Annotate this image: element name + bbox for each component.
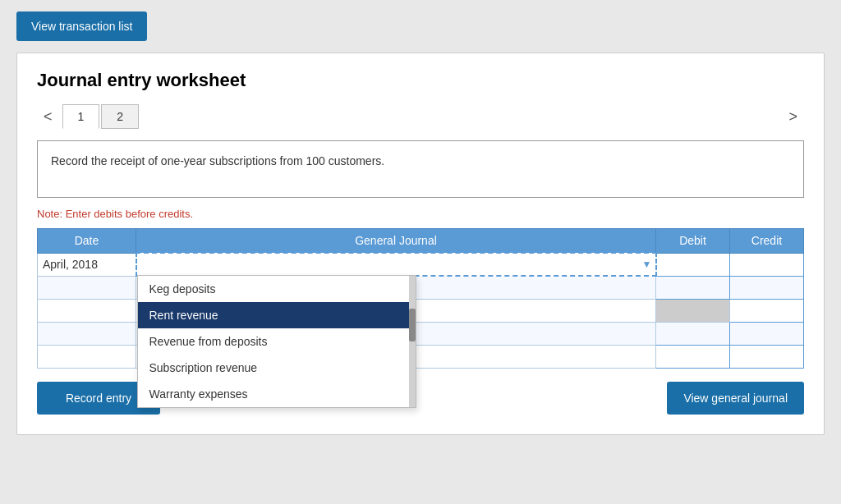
note-text: Note: Enter debits before credits. [37,208,804,220]
date-cell-2 [38,276,136,299]
debit-input-5[interactable] [661,350,724,363]
date-header: Date [38,229,136,254]
tab-2[interactable]: 2 [101,104,139,129]
top-bar: View transaction list [0,0,841,53]
prev-tab-button[interactable]: < [37,105,59,129]
debit-cell-2[interactable] [656,276,730,299]
dropdown-menu: Keg deposits Rent revenue Revenue from d… [137,275,416,408]
credit-input-5[interactable] [735,350,798,363]
credit-input-3[interactable] [735,304,798,317]
debit-cell-5[interactable] [656,345,730,368]
table-row: April, 2018 ▼ Keg deposits Rent revenue … [38,253,804,276]
debit-input-2[interactable] [661,281,724,294]
prompt-box: Record the receipt of one-year subscript… [37,140,804,198]
date-cell-4 [38,322,136,345]
credit-cell-3[interactable] [730,299,804,322]
tab-1[interactable]: 1 [62,104,100,129]
date-cell-3 [38,299,136,322]
tabs-list: 1 2 [62,104,141,129]
debit-header: Debit [656,229,730,254]
credit-input-1[interactable] [735,258,798,271]
dropdown-scrollbar-thumb [409,309,416,341]
debit-input-4[interactable] [661,327,724,340]
dropdown-item-subscription-revenue[interactable]: Subscription revenue [138,355,416,381]
credit-cell-5[interactable] [730,345,804,368]
general-journal-header: General Journal [136,229,656,254]
dropdown-item-rent-revenue[interactable]: Rent revenue [138,302,416,328]
view-general-journal-button[interactable]: View general journal [667,382,804,415]
view-transaction-button[interactable]: View transaction list [16,11,147,41]
dropdown-scrollbar[interactable] [409,276,416,407]
dropdown-arrow-icon: ▼ [642,259,652,270]
debit-cell-4[interactable] [656,322,730,345]
credit-cell-1[interactable] [730,253,804,276]
dropdown-item-keg-deposits[interactable]: Keg deposits [138,276,416,302]
debit-cell-3 [656,299,730,322]
credit-input-4[interactable] [735,327,798,340]
dropdown-item-warranty-expenses[interactable]: Warranty expenses [138,381,416,407]
dropdown-item-revenue-from-deposits[interactable]: Revenue from deposits [138,328,416,355]
next-tab-button[interactable]: > [782,105,804,129]
credit-cell-2[interactable] [730,276,804,299]
worksheet-container: Journal entry worksheet < 1 2 > Record t… [16,53,825,435]
table-wrapper: Date General Journal Debit Credit April,… [37,228,804,369]
date-value-1: April, 2018 [43,258,98,271]
credit-header: Credit [730,229,804,254]
debit-input-1[interactable] [662,258,725,271]
credit-cell-4[interactable] [730,322,804,345]
debit-cell-1[interactable] [656,253,730,276]
worksheet-title: Journal entry worksheet [37,70,804,91]
dropdown-cell[interactable]: ▼ Keg deposits Rent revenue Revenue from… [136,253,656,276]
date-cell-1: April, 2018 [38,253,136,276]
tabs-nav: < 1 2 > [37,104,804,129]
credit-input-2[interactable] [735,281,798,294]
journal-table: Date General Journal Debit Credit April,… [37,228,804,369]
date-cell-5 [38,345,136,368]
